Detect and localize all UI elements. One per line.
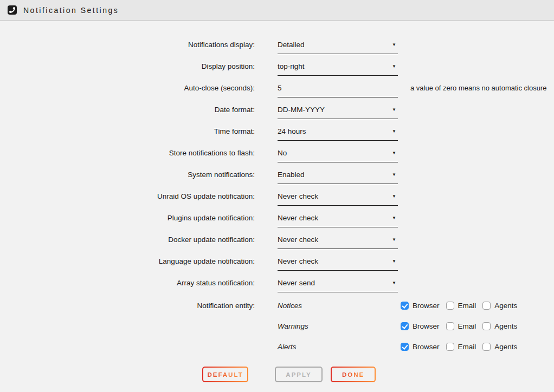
form-row: Language update notification: Never chec… (0, 252, 554, 273)
chevron-down-icon: ▼ (392, 151, 396, 155)
checkbox-icon[interactable] (482, 302, 491, 310)
notices-email-checkbox[interactable]: Email (446, 302, 476, 310)
form-row: Array status notification: Never send ▼ (0, 273, 554, 295)
alerts-browser-checkbox[interactable]: Browser (401, 343, 440, 351)
title-bar: Notification Settings (0, 0, 554, 21)
checkbox-icon[interactable] (446, 322, 454, 330)
display-position-label: Display position: (0, 57, 255, 79)
default-button[interactable]: DEFAULT (202, 367, 248, 382)
notification-settings-form: Notifications display: Detailed ▼ Displa… (0, 21, 554, 382)
chevron-down-icon: ▼ (392, 107, 396, 112)
plugins-update-select[interactable]: Never check ▼ (278, 208, 398, 227)
select-value: top-right (278, 62, 305, 70)
system-notifications-select[interactable]: Enabled ▼ (278, 165, 398, 184)
checkbox-label: Email (458, 322, 476, 330)
button-bar: DEFAULT APPLY DONE (0, 367, 554, 382)
checkbox-icon[interactable] (446, 302, 454, 310)
select-value: Enabled (278, 171, 305, 179)
checkbox-label: Agents (494, 322, 517, 330)
alerts-agents-checkbox[interactable]: Agents (482, 343, 517, 351)
auto-close-input[interactable] (278, 79, 398, 97)
notifications-display-label: Notifications display: (0, 35, 255, 57)
time-format-select[interactable]: 24 hours ▼ (278, 122, 398, 141)
notices-browser-checkbox[interactable]: Browser (401, 302, 440, 310)
warnings-email-checkbox[interactable]: Email (446, 322, 476, 330)
language-update-label: Language update notification: (0, 252, 255, 273)
form-row: Store notifications to flash: No ▼ (0, 143, 554, 165)
form-row: Display position: top-right ▼ (0, 57, 554, 79)
done-button[interactable]: DONE (331, 367, 376, 382)
form-row: Time format: 24 hours ▼ (0, 122, 554, 143)
form-row: Date format: DD-MM-YYYY ▼ (0, 100, 554, 122)
chevron-down-icon: ▼ (392, 280, 396, 285)
checkbox-label: Agents (494, 343, 517, 351)
auto-close-note: a value of zero means no automatic closu… (410, 79, 546, 100)
notices-agents-checkbox[interactable]: Agents (482, 302, 517, 310)
entity-row-warnings: Warnings Browser Email Agents (0, 316, 554, 336)
chevron-down-icon: ▼ (392, 237, 396, 242)
checkbox-label: Email (458, 302, 476, 310)
select-value: Never send (278, 279, 315, 287)
plugins-update-label: Plugins update notification: (0, 208, 255, 230)
select-value: Never check (278, 214, 318, 222)
entity-name-notices: Notices (278, 302, 401, 310)
form-row: System notifications: Enabled ▼ (0, 165, 554, 187)
entity-name-warnings: Warnings (278, 322, 401, 330)
date-format-select[interactable]: DD-MM-YYYY ▼ (278, 100, 398, 119)
form-row: Plugins update notification: Never check… (0, 208, 554, 230)
checkbox-icon[interactable] (401, 322, 409, 330)
default-button-label: DEFAULT (207, 371, 243, 378)
entity-row-notices: Notification entity: Notices Browser Ema… (0, 295, 554, 316)
checkbox-label: Browser (413, 343, 440, 351)
os-update-select[interactable]: Never check ▼ (278, 187, 398, 206)
language-update-select[interactable]: Never check ▼ (278, 252, 398, 271)
checkbox-label: Email (458, 343, 476, 351)
apply-button[interactable]: APPLY (275, 367, 323, 382)
select-value: Never check (278, 236, 318, 244)
form-row: Notifications display: Detailed ▼ (0, 35, 554, 57)
chevron-down-icon: ▼ (392, 259, 396, 264)
auto-close-label: Auto-close (seconds): (0, 79, 255, 100)
select-value: No (278, 149, 287, 157)
checkbox-label: Browser (413, 302, 440, 310)
apply-button-label: APPLY (286, 371, 311, 378)
docker-update-select[interactable]: Never check ▼ (278, 230, 398, 249)
entity-name-alerts: Alerts (278, 343, 401, 351)
docker-update-label: Docker update notification: (0, 230, 255, 252)
checkbox-icon[interactable] (446, 343, 454, 351)
page-title: Notification Settings (23, 6, 119, 15)
array-status-select[interactable]: Never send ▼ (278, 273, 398, 292)
chevron-down-icon: ▼ (392, 129, 396, 134)
checkbox-label: Browser (413, 322, 440, 330)
store-notifications-select[interactable]: No ▼ (278, 143, 398, 162)
warnings-browser-checkbox[interactable]: Browser (401, 322, 440, 330)
checkbox-label: Agents (494, 302, 517, 310)
checkbox-icon[interactable] (482, 322, 491, 330)
notifications-display-select[interactable]: Detailed ▼ (278, 35, 398, 54)
store-notifications-label: Store notifications to flash: (0, 143, 255, 165)
chevron-down-icon: ▼ (392, 172, 396, 177)
notifications-icon (8, 5, 17, 15)
system-notifications-label: System notifications: (0, 165, 255, 187)
checkbox-icon[interactable] (482, 343, 491, 351)
array-status-label: Array status notification: (0, 273, 255, 295)
entity-row-alerts: Alerts Browser Email Agents (0, 336, 554, 357)
checkbox-icon[interactable] (401, 343, 409, 351)
select-value: Detailed (278, 41, 305, 49)
chevron-down-icon: ▼ (392, 194, 396, 199)
notification-entity-label: Notification entity: (0, 302, 255, 310)
select-value: Never check (278, 257, 318, 265)
time-format-label: Time format: (0, 122, 255, 143)
form-row: Docker update notification: Never check … (0, 230, 554, 252)
done-button-label: DONE (342, 371, 364, 378)
select-value: Never check (278, 192, 318, 200)
select-value: 24 hours (278, 127, 306, 135)
form-row: Unraid OS update notification: Never che… (0, 187, 554, 208)
warnings-agents-checkbox[interactable]: Agents (482, 322, 517, 330)
checkbox-icon[interactable] (401, 302, 409, 310)
form-row: Auto-close (seconds): a value of zero me… (0, 79, 554, 100)
os-update-label: Unraid OS update notification: (0, 187, 255, 208)
display-position-select[interactable]: top-right ▼ (278, 57, 398, 76)
alerts-email-checkbox[interactable]: Email (446, 343, 476, 351)
select-value: DD-MM-YYYY (278, 106, 325, 114)
